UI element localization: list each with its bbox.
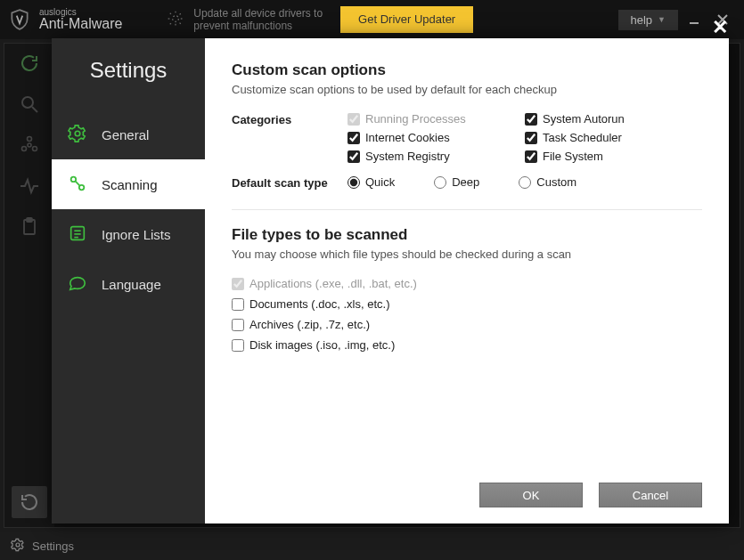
checkbox-label: Task Scheduler <box>543 131 622 144</box>
update-line2: prevent malfunctions <box>193 20 323 32</box>
checkbox-label: Internet Cookies <box>365 131 450 144</box>
checkbox-disk-images[interactable]: Disk images (.iso, .img, etc.) <box>232 338 702 352</box>
checkbox-file-system[interactable]: File System <box>525 150 702 163</box>
nav-refresh-icon[interactable] <box>19 53 40 77</box>
checkbox-task-scheduler[interactable]: Task Scheduler <box>525 131 702 144</box>
svg-line-5 <box>170 12 172 14</box>
nav-clipboard-icon[interactable] <box>19 216 40 241</box>
svg-point-0 <box>173 15 179 21</box>
radio-custom[interactable]: Custom <box>519 175 576 189</box>
radio-input[interactable] <box>347 176 360 189</box>
settings-title: Settings <box>52 58 205 83</box>
app-logo <box>0 0 39 39</box>
ok-button[interactable]: OK <box>479 483 583 507</box>
nav-search-icon[interactable] <box>19 93 40 118</box>
radio-input[interactable] <box>434 176 446 189</box>
gear-icon[interactable] <box>11 538 32 555</box>
update-banner: Update all device drivers to prevent mal… <box>167 7 323 32</box>
checkbox-archives[interactable]: Archives (.zip, .7z, etc.) <box>232 318 702 331</box>
checkbox-input[interactable] <box>525 132 537 144</box>
settings-content: Custom scan options Customize scan optio… <box>205 38 729 523</box>
checkbox-input <box>232 278 244 290</box>
checkbox-documents[interactable]: Documents (.doc, .xls, etc.) <box>232 297 702 311</box>
checkbox-input[interactable] <box>232 339 244 352</box>
svg-point-22 <box>71 176 77 182</box>
section-heading-file-types: File types to be scanned <box>232 226 702 244</box>
chat-icon <box>68 273 87 296</box>
checkbox-input[interactable] <box>525 113 537 126</box>
section-heading-custom-scan: Custom scan options <box>232 61 702 79</box>
nav-activity-icon[interactable] <box>19 175 40 200</box>
svg-point-12 <box>22 97 33 108</box>
settings-dialog: ✕ Settings General Scanning Ignore Lists <box>52 38 729 523</box>
nav-hazard-icon[interactable] <box>19 134 40 159</box>
help-label: help <box>631 13 653 27</box>
gear-icon <box>68 124 87 146</box>
sidebar-item-label: Language <box>102 277 161 292</box>
svg-point-21 <box>75 131 80 136</box>
chevron-down-icon: ▼ <box>658 15 666 24</box>
svg-point-14 <box>28 143 31 147</box>
radio-deep[interactable]: Deep <box>434 175 479 189</box>
svg-line-6 <box>180 22 182 24</box>
checkbox-label: System Registry <box>365 150 450 163</box>
settings-sidebar: Settings General Scanning Ignore Lists L… <box>52 38 205 523</box>
divider <box>232 209 702 210</box>
radio-quick[interactable]: Quick <box>347 175 395 189</box>
cancel-button[interactable]: Cancel <box>599 483 702 507</box>
checkbox-label: Running Processes <box>365 112 466 126</box>
checkbox-applications: Applications (.exe, .dll, .bat, etc.) <box>232 277 702 290</box>
checkbox-input[interactable] <box>347 150 360 163</box>
svg-line-7 <box>170 22 172 24</box>
checkbox-input[interactable] <box>347 132 360 144</box>
checkbox-label: Applications (.exe, .dll, .bat, etc.) <box>249 277 417 290</box>
checkbox-input[interactable] <box>232 298 244 311</box>
categories-label: Categories <box>232 112 347 126</box>
sidebar-item-ignore-lists[interactable]: Ignore Lists <box>52 209 205 259</box>
checkbox-running-processes: Running Processes <box>347 112 525 126</box>
checkbox-input <box>347 113 360 126</box>
checkbox-label: File System <box>543 150 603 163</box>
svg-point-16 <box>22 147 27 151</box>
radio-label: Custom <box>536 175 576 189</box>
get-driver-updater-button[interactable]: Get Driver Updater <box>340 6 473 33</box>
checkbox-internet-cookies[interactable]: Internet Cookies <box>347 131 525 144</box>
radio-label: Deep <box>452 175 479 189</box>
checkbox-system-autorun[interactable]: System Autorun <box>525 112 702 126</box>
dialog-close-button[interactable]: ✕ <box>709 17 731 38</box>
checkbox-label: Archives (.zip, .7z, etc.) <box>249 318 370 331</box>
section-sub-file-types: You may choose which file types should b… <box>232 248 702 261</box>
checkbox-input[interactable] <box>525 150 537 163</box>
help-dropdown[interactable]: help ▼ <box>618 10 679 30</box>
svg-line-13 <box>32 107 37 112</box>
svg-point-20 <box>16 543 20 547</box>
checkbox-label: Documents (.doc, .xls, etc.) <box>249 297 390 311</box>
sidebar-item-label: General <box>102 127 149 142</box>
scan-icon <box>68 174 87 196</box>
minimize-button[interactable] <box>682 7 707 32</box>
checkbox-system-registry[interactable]: System Registry <box>347 150 525 163</box>
sidebar-item-label: Scanning <box>102 177 158 192</box>
nav-restore-icon[interactable] <box>12 486 47 518</box>
status-settings-label[interactable]: Settings <box>32 540 74 553</box>
list-icon <box>68 223 87 246</box>
svg-point-15 <box>28 137 32 142</box>
sidebar-item-language[interactable]: Language <box>52 259 205 309</box>
product-label: Anti-Malware <box>39 17 122 31</box>
sidebar-item-label: Ignore Lists <box>102 227 171 242</box>
nav-rail <box>4 44 54 527</box>
sidebar-item-scanning[interactable]: Scanning <box>52 159 205 209</box>
default-scan-type-label: Default scan type <box>232 175 347 190</box>
checkbox-label: Disk images (.iso, .img, etc.) <box>249 338 395 352</box>
sidebar-item-general[interactable]: General <box>52 110 205 159</box>
radio-label: Quick <box>365 175 395 189</box>
titlebar: auslogics Anti-Malware Update all device… <box>0 0 744 39</box>
checkbox-input[interactable] <box>232 319 244 331</box>
radio-input[interactable] <box>519 176 531 189</box>
svg-rect-9 <box>690 22 699 24</box>
svg-point-17 <box>33 147 37 151</box>
svg-point-23 <box>79 184 85 190</box>
app-name: auslogics Anti-Malware <box>39 8 122 31</box>
sun-icon <box>167 10 184 30</box>
checkbox-label: System Autorun <box>543 112 625 126</box>
